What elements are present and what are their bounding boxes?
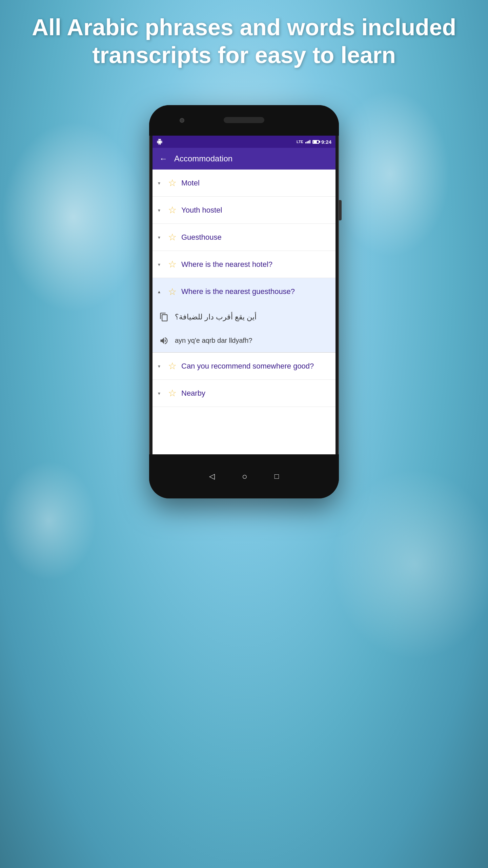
phrase-list: ▾ ☆ Motel ▾ ☆ Youth hostel ▾ ☆ Guesthous… [152, 170, 336, 454]
promo-subheading: transcripts for easy to learn [20, 41, 468, 69]
favorite-star-recommend[interactable]: ☆ [168, 360, 177, 372]
back-nav-button[interactable]: ◁ [209, 472, 215, 481]
screen: LTE 9:24 ← Accommodation ▾ [152, 136, 336, 454]
speaker [224, 117, 264, 123]
favorite-star-nearest-hotel[interactable]: ☆ [168, 259, 177, 270]
item-label-nearest-hotel: Where is the nearest hotel? [181, 260, 330, 269]
favorite-star-nearby[interactable]: ☆ [168, 388, 177, 399]
chevron-up-icon: ▴ [158, 289, 163, 294]
camera [180, 118, 184, 123]
list-item-nearest-hotel[interactable]: ▾ ☆ Where is the nearest hotel? [152, 251, 336, 278]
lte-indicator: LTE [297, 140, 303, 144]
transliteration-row[interactable]: ayn yq'e aqrb dar lldyafh? [152, 329, 336, 353]
signal-bars [305, 140, 310, 143]
chevron-down-icon: ▾ [158, 262, 163, 267]
phone-nav-bar: ◁ ○ □ [149, 454, 339, 498]
item-label-nearest-guesthouse: Where is the nearest guesthouse? [181, 287, 330, 296]
list-bottom-padding [152, 407, 336, 427]
favorite-star-guesthouse[interactable]: ☆ [168, 232, 177, 243]
favorite-star-youth-hostel[interactable]: ☆ [168, 204, 177, 216]
sound-svg [159, 336, 169, 346]
list-item-nearest-guesthouse[interactable]: ▴ ☆ Where is the nearest guesthouse? [152, 278, 336, 305]
phone-device: LTE 9:24 ← Accommodation ▾ [149, 105, 339, 498]
status-left [157, 139, 163, 145]
phone-top-bezel [149, 105, 339, 136]
status-right: LTE 9:24 [297, 139, 331, 145]
list-item-guesthouse[interactable]: ▾ ☆ Guesthouse [152, 224, 336, 251]
favorite-star-nearest-guesthouse[interactable]: ☆ [168, 286, 177, 297]
list-item-nearby[interactable]: ▾ ☆ Nearby [152, 380, 336, 407]
copy-icon[interactable] [158, 311, 170, 323]
item-label-recommend: Can you recommend somewhere good? [181, 362, 330, 371]
volume-button [339, 200, 342, 220]
chevron-down-icon: ▾ [158, 235, 163, 240]
list-item-youth-hostel[interactable]: ▾ ☆ Youth hostel [152, 197, 336, 224]
android-icon [157, 139, 163, 145]
clock: 9:24 [321, 139, 331, 145]
arabic-text-row[interactable]: أين يقع أقرب دار للضيافة؟ [152, 305, 336, 329]
promo-text-block: All Arabic phrases and words included tr… [0, 14, 488, 69]
chevron-down-icon: ▾ [158, 180, 163, 186]
app-bar: ← Accommodation [152, 148, 336, 170]
chevron-down-icon: ▾ [158, 391, 163, 396]
item-label-youth-hostel: Youth hostel [181, 206, 330, 215]
item-label-nearby: Nearby [181, 389, 330, 398]
chevron-down-icon: ▾ [158, 208, 163, 213]
recent-nav-button[interactable]: □ [274, 472, 279, 481]
transliteration-phrase: ayn yq'e aqrb dar lldyafh? [175, 337, 330, 344]
home-nav-button[interactable]: ○ [242, 471, 247, 482]
arabic-phrase: أين يقع أقرب دار للضيافة؟ [175, 313, 330, 321]
sound-icon[interactable] [158, 335, 170, 347]
back-button[interactable]: ← [159, 154, 167, 163]
chevron-down-icon: ▾ [158, 363, 163, 369]
copy-svg [159, 312, 169, 322]
list-item-recommend[interactable]: ▾ ☆ Can you recommend somewhere good? [152, 353, 336, 380]
battery-icon [312, 140, 319, 144]
promo-heading: All Arabic phrases and words included [20, 14, 468, 41]
list-item-motel[interactable]: ▾ ☆ Motel [152, 170, 336, 197]
battery-fill [313, 141, 317, 143]
favorite-star-motel[interactable]: ☆ [168, 177, 177, 189]
item-label-motel: Motel [181, 179, 330, 188]
status-bar: LTE 9:24 [152, 136, 336, 148]
screen-title: Accommodation [174, 154, 232, 163]
item-label-guesthouse: Guesthouse [181, 233, 330, 242]
